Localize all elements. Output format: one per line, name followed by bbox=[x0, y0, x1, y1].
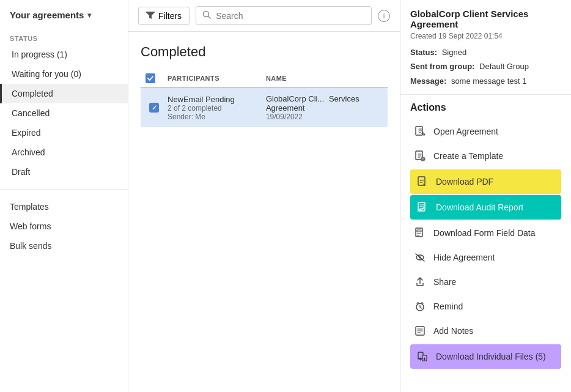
action-download-form[interactable]: Download Form Field Data bbox=[410, 221, 561, 245]
search-icon bbox=[202, 10, 211, 21]
doc-form-icon bbox=[413, 226, 427, 240]
topbar: Filters i bbox=[128, 0, 400, 32]
message-value: some message test 1 bbox=[451, 76, 527, 86]
action-hide-agreement[interactable]: Hide Agreement bbox=[410, 245, 561, 270]
row-checkbox[interactable] bbox=[146, 103, 163, 113]
sidebar-item-expired[interactable]: Expired bbox=[0, 123, 128, 142]
action-label-hide: Hide Agreement bbox=[433, 253, 495, 262]
group-value: Default Group bbox=[479, 62, 529, 71]
sidebar-item-cancelled[interactable]: Cancelled bbox=[0, 103, 128, 123]
sidebar-item-archived[interactable]: Archived bbox=[0, 142, 128, 162]
group-label: Sent from group: bbox=[410, 62, 474, 71]
action-label-individual: Download Individual Files (5) bbox=[436, 352, 546, 361]
checkbox-checked-icon bbox=[149, 103, 159, 113]
sidebar-header[interactable]: Your agreements ▾ bbox=[0, 10, 128, 30]
search-box bbox=[196, 6, 372, 25]
sidebar: Your agreements ▾ STATUS In progress (1)… bbox=[0, 0, 128, 392]
doc-open-icon bbox=[413, 124, 427, 139]
status-label: Status: bbox=[410, 48, 437, 57]
chevron-down-icon: ▾ bbox=[87, 11, 91, 20]
action-download-individual[interactable]: Download Individual Files (5) bbox=[410, 344, 561, 369]
sidebar-item-bulk-sends[interactable]: Bulk sends bbox=[0, 236, 128, 256]
participant-name: NewEmail Pending bbox=[168, 95, 261, 104]
filter-button[interactable]: Filters bbox=[138, 7, 190, 25]
action-download-pdf[interactable]: Download PDF bbox=[410, 169, 561, 194]
action-label-share: Share bbox=[433, 277, 456, 287]
action-open-agreement[interactable]: Open Agreement bbox=[410, 119, 561, 144]
info-icon[interactable]: i bbox=[378, 10, 390, 22]
action-label-form: Download Form Field Data bbox=[433, 228, 536, 238]
action-label-notes: Add Notes bbox=[433, 326, 473, 336]
action-label-remind: Remind bbox=[433, 301, 463, 311]
sidebar-divider bbox=[0, 189, 128, 190]
participant-completed: 2 of 2 completed bbox=[168, 104, 261, 113]
share-icon bbox=[413, 275, 427, 289]
actions-title: Actions bbox=[410, 102, 561, 113]
svg-line-1 bbox=[208, 17, 211, 19]
clock-icon bbox=[413, 299, 427, 314]
doc-date: 19/09/2022 bbox=[266, 113, 383, 121]
sidebar-item-templates[interactable]: Templates bbox=[0, 197, 128, 216]
sidebar-title: Your agreements bbox=[10, 10, 84, 20]
col-name: NAME bbox=[266, 75, 383, 82]
status-section-label: STATUS bbox=[0, 30, 128, 45]
doc-title-part1: GlobalCorp Cli... bbox=[266, 94, 324, 103]
participant-sender: Sender: Me bbox=[168, 113, 261, 121]
sidebar-item-web-forms[interactable]: Web forms bbox=[0, 216, 128, 236]
panel-actions: Actions Open Agreement Create a Template… bbox=[400, 95, 571, 377]
action-share[interactable]: Share bbox=[410, 270, 561, 294]
svg-rect-8 bbox=[417, 230, 421, 232]
action-label-open: Open Agreement bbox=[433, 127, 498, 136]
action-remind[interactable]: Remind bbox=[410, 294, 561, 319]
action-download-audit[interactable]: Download Audit Report bbox=[410, 195, 561, 220]
action-add-notes[interactable]: Add Notes bbox=[410, 319, 561, 343]
doc-pdf-icon bbox=[415, 174, 430, 189]
message-label: Message: bbox=[410, 76, 446, 86]
row-participants: NewEmail Pending 2 of 2 completed Sender… bbox=[168, 95, 261, 121]
filter-label: Filters bbox=[158, 11, 182, 21]
doc-individual-icon bbox=[415, 349, 430, 364]
eye-off-icon bbox=[413, 250, 427, 265]
col-participants: PARTICIPANTS bbox=[168, 75, 261, 82]
status-value: Signed bbox=[442, 48, 466, 57]
search-input[interactable] bbox=[216, 11, 365, 21]
panel-meta: Status: Signed Sent from group: Default … bbox=[410, 45, 561, 88]
sidebar-item-waiting[interactable]: Waiting for you (0) bbox=[0, 64, 128, 84]
main-content: Filters i Completed PARTICIPANTS NAME bbox=[128, 0, 400, 392]
panel-title: GlobalCorp Client Services Agreement bbox=[410, 9, 561, 29]
sidebar-item-draft[interactable]: Draft bbox=[0, 162, 128, 182]
panel-header: GlobalCorp Client Services Agreement Cre… bbox=[400, 0, 571, 95]
right-panel: GlobalCorp Client Services Agreement Cre… bbox=[400, 0, 571, 392]
doc-template-icon bbox=[413, 149, 427, 163]
action-label-pdf: Download PDF bbox=[436, 177, 493, 187]
panel-created: Created 19 Sept 2022 01:54 bbox=[410, 32, 561, 40]
action-label-audit: Download Audit Report bbox=[436, 202, 523, 212]
sidebar-item-in-progress[interactable]: In progress (1) bbox=[0, 45, 128, 64]
notes-icon bbox=[413, 324, 427, 338]
row-doc-name: GlobalCorp Cli... Services Agreement 19/… bbox=[266, 94, 383, 121]
table-header: PARTICIPANTS NAME bbox=[141, 70, 388, 88]
header-checkbox-col bbox=[146, 73, 163, 83]
sidebar-item-completed[interactable]: Completed bbox=[0, 84, 128, 103]
action-label-template: Create a Template bbox=[433, 151, 503, 161]
table-row[interactable]: NewEmail Pending 2 of 2 completed Sender… bbox=[141, 88, 388, 127]
action-create-template[interactable]: Create a Template bbox=[410, 144, 561, 168]
section-title: Completed bbox=[141, 44, 388, 60]
content-area: Completed PARTICIPANTS NAME NewEmail Pen… bbox=[128, 32, 400, 392]
doc-audit-icon bbox=[415, 200, 430, 215]
filter-icon bbox=[146, 11, 155, 21]
